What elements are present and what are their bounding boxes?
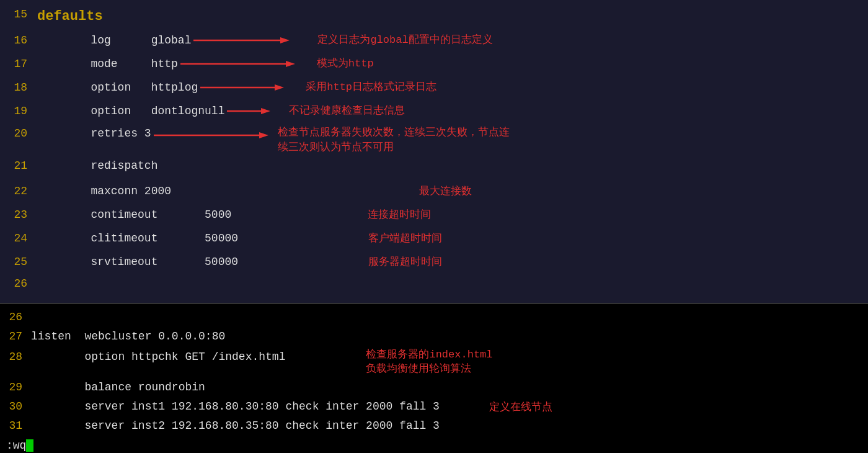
- line-24: 24 clitimeout 50000 客户端超时时间: [0, 227, 868, 251]
- svg-marker-7: [261, 108, 270, 114]
- line-15: 15 defaults: [0, 5, 868, 29]
- annotation-20-line2: 续三次则认为节点不可用: [278, 140, 510, 155]
- line-16: 16 log global 定义日志为global配置中的日志定义: [0, 29, 868, 52]
- line-num-21: 21: [0, 158, 37, 174]
- line-26-bottom: 26: [0, 308, 868, 327]
- line-21: 21 redispatch: [0, 156, 868, 180]
- line-num-30: 30: [0, 398, 31, 415]
- line-content-26b: [31, 309, 38, 326]
- line-22: 22 maxconn 2000 最大连接数: [0, 180, 868, 204]
- line-19: 19 option dontlognull 不记录健康检查日志信息: [0, 99, 868, 123]
- line-num-24: 24: [0, 230, 37, 247]
- line-31: 31 server inst2 192.168.80.35:80 check i…: [0, 416, 868, 436]
- line-num-19: 19: [0, 103, 37, 120]
- command-line: :wq: [0, 438, 868, 453]
- line-28: 28 option httpchk GET /index.html 检查服务器的…: [0, 346, 868, 379]
- annotation-30: 定义在线节点: [489, 400, 552, 414]
- line-num-27: 27: [0, 328, 31, 345]
- line-num-26b: 26: [0, 309, 31, 326]
- line-num-28: 28: [0, 348, 31, 366]
- line-num-17: 17: [0, 56, 37, 73]
- line-num-31: 31: [0, 418, 31, 434]
- line-num-23: 23: [0, 207, 37, 223]
- line-num-18: 18: [0, 79, 37, 96]
- line-17: 17 mode http 模式为http: [0, 52, 868, 76]
- line-content-29: balance roundrobin: [31, 379, 205, 396]
- line-content-24: clitimeout 50000: [37, 230, 238, 247]
- arrow-19: [227, 104, 277, 119]
- line-content-19: option dontlognull: [37, 103, 224, 120]
- command-text: :wq: [6, 439, 26, 452]
- line-content-15: defaults: [37, 6, 103, 27]
- top-panel: 15 defaults 16 log global 定义日志为global配置中…: [0, 0, 868, 304]
- line-content-21: redispatch: [37, 158, 157, 174]
- line-27: 27 listen webcluster 0.0.0.0:80: [0, 327, 868, 346]
- line-20: 20 retries 3 检查节点服务器失败次数，连续三次失败，节点连 续三次则…: [0, 123, 868, 156]
- line-num-25: 25: [0, 254, 37, 271]
- cursor: [26, 439, 33, 452]
- annotation-23: 连接超时时间: [368, 208, 431, 223]
- svg-marker-9: [259, 132, 268, 138]
- arrow-16: [193, 33, 305, 48]
- line-content-16: log global: [37, 32, 191, 49]
- annotation-22: 最大连接数: [419, 184, 472, 199]
- line-content-30: server inst1 192.168.80.30:80 check inte…: [31, 398, 440, 415]
- line-18: 18 option httplog 采用http日志格式记录日志: [0, 76, 868, 99]
- annotation-19: 不记录健康检查日志信息: [289, 104, 405, 119]
- line-26: 26: [0, 274, 868, 298]
- line-25: 25 srvtimeout 50000 服务器超时时间: [0, 251, 868, 274]
- line-num-29: 29: [0, 379, 31, 396]
- line-num-16: 16: [0, 32, 37, 49]
- line-content-22: maxconn 2000: [37, 183, 171, 200]
- line-content-25: srvtimeout 50000: [37, 254, 238, 271]
- line-content-20: retries 3: [37, 124, 151, 142]
- line-content-26: [37, 276, 44, 292]
- line-content-17: mode http: [37, 56, 178, 73]
- line-content-31: server inst2 192.168.80.35:80 check inte…: [31, 418, 440, 434]
- line-num-22: 22: [0, 183, 37, 200]
- bottom-panel: 26 27 listen webcluster 0.0.0.0:80 28 op…: [0, 304, 868, 453]
- annotation-28: 检查服务器的index.html 负载均衡使用轮询算法: [366, 348, 492, 377]
- line-23: 23 contimeout 5000 连接超时时间: [0, 204, 868, 227]
- annotation-16: 定义日志为global配置中的日志定义: [317, 33, 492, 48]
- line-num-15: 15: [0, 6, 37, 23]
- line-30: 30 server inst1 192.168.80.30:80 check i…: [0, 397, 868, 416]
- line-num-26: 26: [0, 276, 37, 292]
- line-content-18: option httplog: [37, 79, 198, 96]
- arrow-18: [200, 80, 293, 95]
- svg-marker-1: [280, 37, 290, 43]
- line-content-23: contimeout 5000: [37, 207, 231, 223]
- arrow-17: [180, 56, 304, 71]
- line-num-20: 20: [0, 124, 37, 142]
- svg-marker-5: [275, 84, 284, 91]
- annotation-25: 服务器超时时间: [368, 255, 442, 270]
- line-content-28: option httpchk GET /index.html: [31, 348, 285, 366]
- line-29: 29 balance roundrobin: [0, 378, 868, 397]
- annotation-24: 客户端超时时间: [368, 231, 442, 246]
- annotation-17: 模式为http: [317, 56, 374, 71]
- annotation-20-line1: 检查节点服务器失败次数，连续三次失败，节点连: [278, 125, 510, 140]
- svg-marker-3: [286, 61, 295, 67]
- arrow-20: [154, 128, 278, 143]
- annotation-18: 采用http日志格式记录日志: [306, 80, 436, 95]
- line-content-27: listen webcluster 0.0.0.0:80: [31, 328, 225, 345]
